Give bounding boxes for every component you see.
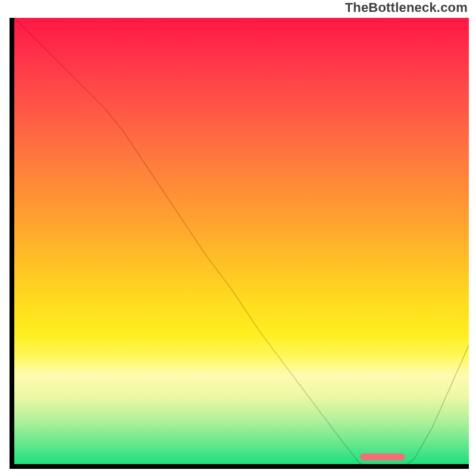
watermark-text: TheBottleneck.com — [345, 0, 468, 15]
optimal-range-marker — [360, 453, 405, 461]
plot-inner — [14, 18, 469, 464]
bottleneck-curve — [14, 18, 469, 464]
chart-stage: TheBottleneck.com — [0, 0, 476, 476]
curve-svg — [14, 18, 469, 464]
plot-frame — [10, 18, 469, 469]
